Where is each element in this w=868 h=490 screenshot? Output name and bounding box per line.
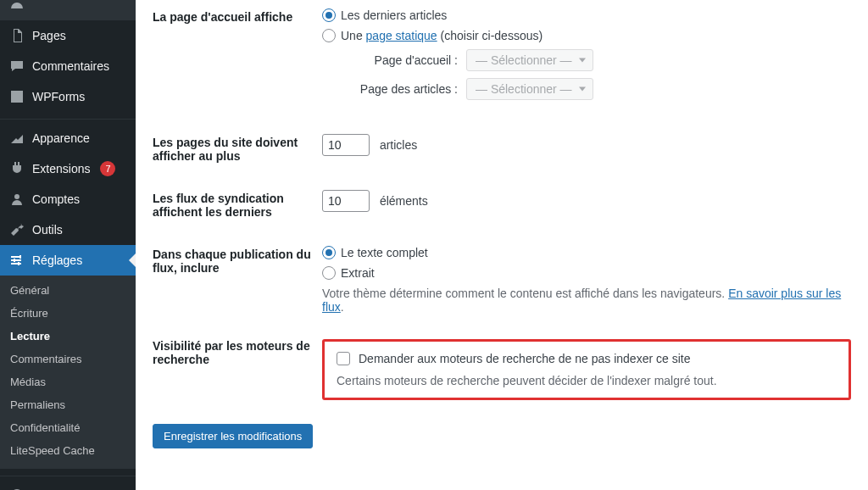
select-front-page[interactable]: — Sélectionner — [466, 49, 593, 71]
sidebar-item-label: Extensions [32, 162, 90, 175]
suffix-feed-items: éléments [380, 194, 428, 208]
radio-label: Une page statique (choisir ci-dessous) [341, 29, 542, 42]
sidebar-submenu-settings: Général Écriture Lecture Commentaires Mé… [0, 276, 136, 469]
label-feed-content: Dans chaque publication du flux, inclure [153, 246, 322, 275]
sidebar-item-settings[interactable]: Réglages [0, 245, 136, 276]
row-homepage-displays: La page d'accueil affiche Les derniers a… [153, 0, 851, 115]
sidebar-item-wpforms[interactable]: WPForms [0, 81, 136, 112]
admin-sidebar: Pages Commentaires WPForms Apparence Ext… [0, 0, 136, 490]
radio-icon [322, 29, 336, 42]
sidebar-separator [0, 115, 136, 120]
label-posts-per-page: Les pages du site doivent afficher au pl… [153, 134, 322, 163]
link-static-page[interactable]: page statique [366, 29, 437, 42]
radio-label: Le texte complet [341, 246, 428, 259]
label-front-page: Page d'accueil : [356, 53, 458, 67]
submenu-permalinks[interactable]: Permaliens [0, 393, 136, 416]
row-feed-items: Les flux de syndication affichent les de… [153, 171, 851, 227]
settings-icon [8, 252, 25, 269]
submenu-writing[interactable]: Écriture [0, 302, 136, 325]
sidebar-item-users[interactable]: Comptes [0, 184, 136, 214]
radio-latest-posts[interactable]: Les derniers articles [322, 8, 851, 22]
svg-rect-4 [14, 259, 15, 262]
row-front-page-select: Page d'accueil : — Sélectionner — [356, 49, 851, 71]
sidebar-item-label: Outils [32, 223, 63, 237]
sidebar-item-dashboard[interactable] [0, 0, 136, 20]
row-feed-content: Dans chaque publication du flux, inclure… [153, 227, 851, 322]
wpforms-icon [8, 88, 25, 105]
row-search-visibility: Visibilité par les moteurs de recherche … [153, 322, 851, 409]
sidebar-item-label: Réglages [32, 253, 82, 267]
radio-label: Les derniers articles [341, 8, 447, 22]
radio-feed-excerpt[interactable]: Extrait [322, 266, 851, 280]
pages-icon [8, 27, 25, 44]
sidebar-item-label: Apparence [32, 131, 90, 145]
submenu-litespeed[interactable]: LiteSpeed Cache [0, 439, 136, 462]
sidebar-item-label: Commentaires [32, 59, 109, 73]
sidebar-item-label: Pages [32, 29, 66, 42]
radio-icon [322, 8, 336, 22]
label-posts-page: Page des articles : [356, 82, 458, 96]
sidebar-item-smush[interactable]: Smush [0, 480, 136, 490]
tools-icon [8, 221, 25, 238]
suffix-posts-per-page: articles [380, 138, 417, 152]
submenu-reading[interactable]: Lecture [0, 325, 136, 348]
plugins-update-badge: 7 [100, 161, 115, 176]
svg-rect-5 [18, 262, 19, 265]
radio-icon [322, 246, 336, 259]
radio-static-page[interactable]: Une page statique (choisir ci-dessous) [322, 29, 851, 42]
sidebar-item-plugins[interactable]: Extensions 7 [0, 153, 136, 184]
plugins-icon [8, 160, 25, 177]
row-posts-page-select: Page des articles : — Sélectionner — [356, 78, 851, 100]
input-feed-items[interactable] [322, 190, 370, 212]
smush-icon [8, 487, 25, 490]
label-homepage-displays: La page d'accueil affiche [153, 8, 322, 24]
radio-label: Extrait [341, 266, 375, 280]
sidebar-separator [0, 472, 136, 476]
submenu-media[interactable]: Médias [0, 370, 136, 393]
sidebar-item-pages[interactable]: Pages [0, 20, 136, 51]
settings-reading-page: La page d'accueil affiche Les derniers a… [136, 0, 868, 490]
select-posts-page[interactable]: — Sélectionner — [466, 78, 593, 100]
row-posts-per-page: Les pages du site doivent afficher au pl… [153, 115, 851, 171]
radio-icon [322, 266, 336, 280]
radio-feed-full[interactable]: Le texte complet [322, 246, 851, 259]
submenu-privacy[interactable]: Confidentialité [0, 416, 136, 439]
svg-rect-1 [11, 259, 21, 261]
submenu-discussion[interactable]: Commentaires [0, 348, 136, 370]
users-icon [8, 191, 25, 208]
input-posts-per-page[interactable] [322, 134, 370, 156]
comments-icon [8, 58, 25, 75]
desc-noindex: Certains moteurs de recherche peuvent dé… [337, 374, 837, 387]
svg-rect-3 [19, 255, 21, 259]
sidebar-item-label: Comptes [32, 192, 80, 206]
label-search-visibility: Visibilité par les moteurs de recherche [153, 337, 322, 366]
sidebar-item-appearance[interactable]: Apparence [0, 123, 136, 153]
save-changes-button[interactable]: Enregistrer les modifications [153, 424, 313, 448]
sidebar-item-label: WPForms [32, 90, 85, 103]
sidebar-item-comments[interactable]: Commentaires [0, 51, 136, 81]
sidebar-item-tools[interactable]: Outils [0, 214, 136, 245]
label-feed-items: Les flux de syndication affichent les de… [153, 190, 322, 219]
desc-feed-content: Votre thème détermine comment le contenu… [322, 287, 851, 314]
dashboard-icon [8, 0, 25, 17]
checkbox-noindex-label: Demander aux moteurs de recherche de ne … [359, 352, 690, 365]
appearance-icon [8, 130, 25, 147]
highlight-noindex: Demander aux moteurs de recherche de ne … [322, 339, 851, 400]
checkbox-noindex[interactable] [337, 352, 350, 365]
svg-rect-2 [11, 263, 21, 264]
submenu-general[interactable]: Général [0, 279, 136, 302]
